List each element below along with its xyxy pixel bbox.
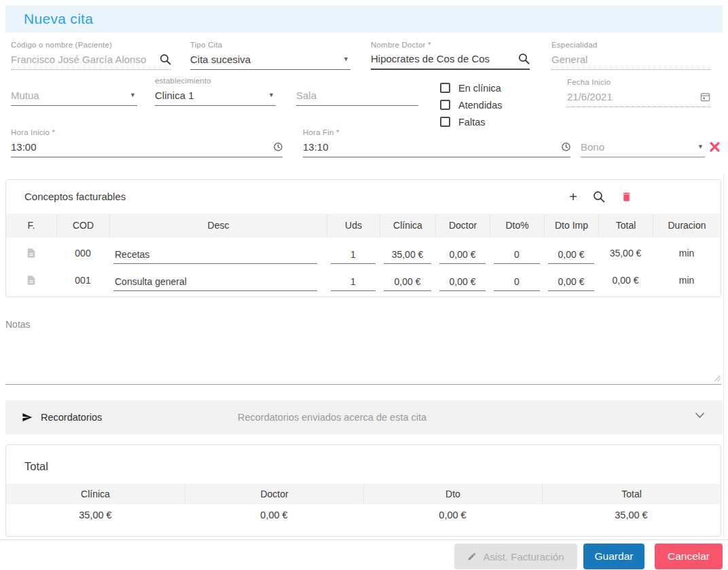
search-icon[interactable] <box>160 54 171 65</box>
total-doctor-value: 0,00 € <box>185 510 363 520</box>
total-card: Total Clínica Doctor Dto Total 35,00 € 0… <box>5 444 721 537</box>
checkbox-icon[interactable] <box>440 100 450 110</box>
hora-fin-field[interactable]: Hora Fin * 13:10 <box>303 128 570 157</box>
document-icon[interactable] <box>26 248 37 259</box>
chevron-down-icon[interactable]: ▼ <box>268 92 276 98</box>
establecimiento-label: establecimiento <box>155 77 276 88</box>
total-col-doctor: Doctor <box>185 484 363 504</box>
pencil-icon <box>467 552 477 561</box>
col-doctor: Doctor <box>435 214 490 238</box>
uds-input[interactable]: 1 <box>331 273 376 291</box>
col-total: Total <box>598 214 653 238</box>
bono-select[interactable]: Bono ▼ <box>581 128 705 157</box>
total-title: Total <box>24 460 48 473</box>
col-duracion: Duracion <box>653 214 721 238</box>
footer-divider <box>0 539 728 540</box>
clinica-input[interactable]: 0,00 € <box>384 273 431 291</box>
col-dto-pct: Dto% <box>490 214 544 238</box>
especialidad-value: General <box>551 54 587 65</box>
search-icon[interactable] <box>518 53 530 64</box>
dto-imp-input[interactable]: 0,00 € <box>548 246 594 264</box>
clear-bono-icon[interactable] <box>709 141 721 153</box>
calendar-icon[interactable] <box>700 92 710 102</box>
doctor-label: Nombre Doctor * <box>371 41 530 52</box>
guardar-button[interactable]: Guardar <box>583 544 644 569</box>
add-concepto-button[interactable]: + <box>569 190 577 204</box>
notas-label: Notas <box>5 319 31 330</box>
especialidad-label: Especialidad <box>551 41 710 52</box>
chevron-down-icon[interactable]: ▼ <box>343 56 350 62</box>
table-row: 001 Consulta general 1 0,00 € 0,00 € 0 0… <box>6 267 721 294</box>
sala-placeholder: Sala <box>296 90 316 101</box>
delete-concepto-button[interactable] <box>621 191 632 203</box>
clock-icon[interactable] <box>562 142 570 151</box>
conceptos-title: Conceptos facturables <box>24 180 126 214</box>
total-clinica-value: 35,00 € <box>6 510 185 520</box>
recordatorios-panel[interactable]: Recordatorios Recordatorios enviados ace… <box>5 400 723 434</box>
hora-fin-value: 13:10 <box>303 141 329 153</box>
checkbox-faltas[interactable]: Faltas <box>440 116 503 128</box>
mutua-select[interactable]: Mutua ▼ <box>11 77 137 106</box>
dto-pct-input[interactable]: 0 <box>494 273 540 291</box>
panel-right-border <box>723 174 724 537</box>
especialidad-field: Especialidad General <box>551 41 710 70</box>
desc-input[interactable]: Consulta general <box>113 273 317 291</box>
checkbox-icon[interactable] <box>440 83 450 93</box>
sala-input[interactable]: Sala <box>296 77 418 106</box>
total-table-header: Clínica Doctor Dto Total <box>6 484 721 504</box>
bono-placeholder: Bono <box>581 141 604 153</box>
doctor-input[interactable]: 0,00 € <box>439 246 486 264</box>
send-icon <box>22 412 33 423</box>
checkbox-en-clinica[interactable]: En clínica <box>440 82 503 94</box>
patient-label: Código o nombre (Paciente) <box>11 41 171 52</box>
desc-input[interactable]: Recetas <box>113 246 317 264</box>
dto-pct-input[interactable]: 0 <box>494 246 540 264</box>
duracion-cell: min <box>679 248 695 259</box>
patient-value: Francisco José García Alonso <box>11 54 146 65</box>
total-dto-value: 0,00 € <box>363 510 542 520</box>
search-concepto-button[interactable] <box>593 191 605 203</box>
conceptos-facturables-card: Conceptos facturables + F. COD Desc Uds … <box>5 179 721 297</box>
recordatorios-title: Recordatorios <box>41 412 102 423</box>
col-dto-imp: Dto Imp <box>544 214 598 238</box>
asist-facturacion-button[interactable]: Asist. Facturación <box>454 544 577 569</box>
clock-icon[interactable] <box>274 142 283 151</box>
page-title: Nueva cita <box>24 11 93 27</box>
doctor-input[interactable]: 0,00 € <box>439 273 486 291</box>
chevron-down-icon[interactable]: ▼ <box>697 144 705 150</box>
cancelar-button[interactable]: Cancelar <box>655 544 723 569</box>
col-f: F. <box>6 214 56 238</box>
total-col-clinica: Clínica <box>6 484 185 504</box>
checkbox-atendidas[interactable]: Atendidas <box>440 99 503 111</box>
resize-handle-icon[interactable] <box>714 375 721 382</box>
document-icon[interactable] <box>26 275 37 286</box>
checkbox-icon[interactable] <box>440 117 450 127</box>
total-table-values: 35,00 € 0,00 € 0,00 € 35,00 € <box>6 510 721 520</box>
chevron-down-icon[interactable]: ▼ <box>130 92 137 98</box>
hora-inicio-value: 13:00 <box>11 141 37 153</box>
conceptos-table-header: F. COD Desc Uds Clínica Doctor Dto% Dto … <box>6 214 721 238</box>
patient-field[interactable]: Código o nombre (Paciente) Francisco Jos… <box>11 41 171 70</box>
hora-inicio-field[interactable]: Hora Inicio * 13:00 <box>11 128 283 157</box>
table-row: 000 Recetas 1 35,00 € 0,00 € 0 0,00 € 35… <box>6 240 721 267</box>
cod-cell: 001 <box>75 275 90 286</box>
doctor-value: Hipocrates de Cos de Cos <box>371 53 490 64</box>
tipo-cita-value: Cita sucesiva <box>190 54 251 65</box>
recordatorios-subtitle: Recordatorios enviados acerca de esta ci… <box>238 412 426 423</box>
total-cell: 0,00 € <box>613 275 639 286</box>
chevron-down-icon[interactable] <box>695 412 705 419</box>
establecimiento-select[interactable]: establecimiento Clinica 1 ▼ <box>155 77 276 106</box>
clinica-input[interactable]: 35,00 € <box>384 246 431 264</box>
doctor-field[interactable]: Nombre Doctor * Hipocrates de Cos de Cos <box>371 41 530 70</box>
duracion-cell: min <box>679 275 695 286</box>
col-desc: Desc <box>109 214 327 238</box>
dto-imp-input[interactable]: 0,00 € <box>548 273 594 291</box>
tipo-cita-select[interactable]: Tipo Cita Cita sucesiva ▼ <box>190 41 350 70</box>
dialog-header: Nueva cita <box>5 5 723 33</box>
tipo-cita-label: Tipo Cita <box>190 41 350 52</box>
establecimiento-value: Clinica 1 <box>155 90 194 101</box>
col-cod: COD <box>56 214 109 238</box>
notas-textarea[interactable] <box>5 330 721 385</box>
total-total-value: 35,00 € <box>542 510 721 520</box>
uds-input[interactable]: 1 <box>331 246 376 264</box>
